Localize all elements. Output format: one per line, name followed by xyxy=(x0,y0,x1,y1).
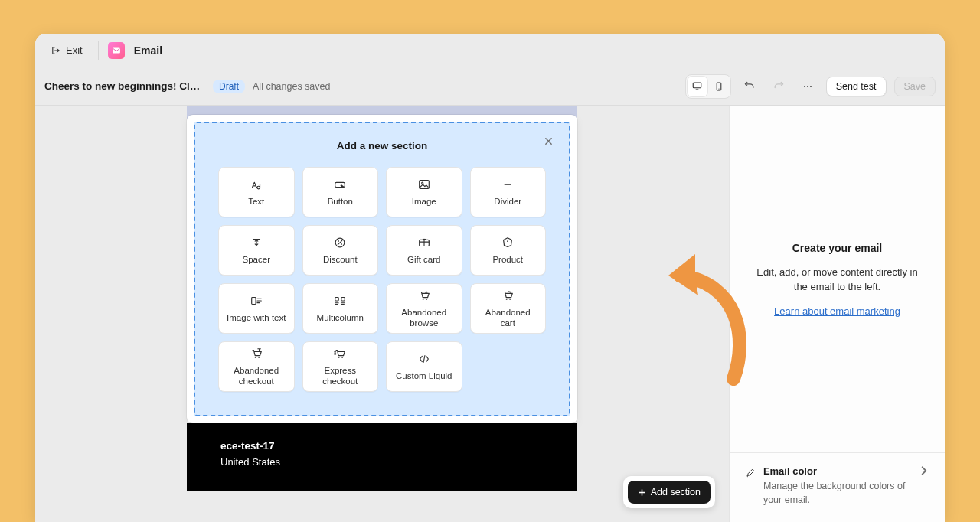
mobile-icon xyxy=(714,81,724,92)
svg-point-22 xyxy=(510,299,511,300)
svg-rect-18 xyxy=(341,297,345,301)
tile-label: Abandonedbrowse xyxy=(401,307,446,329)
svg-rect-17 xyxy=(335,297,339,301)
close-icon xyxy=(544,137,553,145)
image-icon xyxy=(417,178,431,191)
tile-label: Divider xyxy=(494,196,521,207)
tile-label: Abandonedcart xyxy=(485,307,531,329)
svg-rect-16 xyxy=(251,297,255,304)
right-panel-bottom: Email color Manage the background colors… xyxy=(730,452,945,522)
more-icon xyxy=(802,80,814,93)
divider-icon xyxy=(501,178,514,191)
section-tile-expresscheckout[interactable]: Expresscheckout xyxy=(302,341,379,392)
svg-point-20 xyxy=(426,299,427,300)
button-icon xyxy=(333,178,347,191)
svg-point-4 xyxy=(804,85,805,86)
rp-title: Create your email xyxy=(792,242,883,254)
send-test-button[interactable]: Send test xyxy=(826,77,887,96)
section-tile-spacer[interactable]: Spacer xyxy=(218,225,295,276)
section-tile-abandonedbrowse[interactable]: Abandonedbrowse xyxy=(386,283,462,334)
section-tile-customliquid[interactable]: Custom Liquid xyxy=(386,341,462,392)
svg-point-3 xyxy=(718,88,719,89)
add-section-label: Add section xyxy=(651,487,701,498)
envelope-icon xyxy=(111,45,122,56)
app-window: Exit Email Cheers to new beginnings! Cla… xyxy=(35,34,945,522)
save-button[interactable]: Save xyxy=(894,77,936,96)
right-panel-intro: Create your email Edit, add, or move con… xyxy=(730,106,945,452)
svg-rect-8 xyxy=(419,180,429,188)
undo-icon xyxy=(743,80,756,93)
email-color-title: Email color xyxy=(763,465,911,477)
close-button[interactable] xyxy=(541,134,555,148)
mobile-preview-button[interactable] xyxy=(709,77,729,96)
svg-point-19 xyxy=(423,299,424,300)
abandonedbrowse-icon xyxy=(417,289,431,302)
add-section-card: Add a new section TextButtonImageDivider… xyxy=(187,115,577,423)
tile-label: Custom Liquid xyxy=(396,370,452,381)
spacer-icon xyxy=(250,236,263,250)
svg-rect-1 xyxy=(693,83,701,88)
more-button[interactable] xyxy=(797,76,818,97)
section-tile-multicolumn[interactable]: Multicolumn xyxy=(302,283,379,334)
learn-link[interactable]: Learn about email marketing xyxy=(774,305,900,317)
discount-icon xyxy=(333,236,347,250)
tile-label: Spacer xyxy=(243,254,270,265)
section-tile-image[interactable]: Image xyxy=(386,167,462,217)
email-color-desc: Manage the background colors of your ema… xyxy=(763,480,911,507)
email-color-row[interactable]: Email color Manage the background colors… xyxy=(745,465,929,507)
section-tile-abandonedcart[interactable]: Abandonedcart xyxy=(470,283,547,334)
tile-label: Abandonedcheckout xyxy=(234,365,279,387)
right-panel: Create your email Edit, add, or move con… xyxy=(729,106,945,522)
canvas-area: Add a new section TextButtonImageDivider… xyxy=(35,106,729,522)
undo-button[interactable] xyxy=(739,76,760,97)
svg-point-6 xyxy=(810,85,812,86)
text-icon xyxy=(250,178,263,191)
section-tile-product[interactable]: Product xyxy=(470,225,547,276)
section-tile-divider[interactable]: Divider xyxy=(470,167,547,217)
tile-label: Text xyxy=(248,196,264,207)
app-name: Email xyxy=(134,44,162,57)
save-status: All changes saved xyxy=(253,81,330,92)
redo-button[interactable] xyxy=(768,76,789,97)
desktop-icon xyxy=(691,80,703,92)
svg-point-23 xyxy=(255,357,256,358)
svg-point-13 xyxy=(341,243,342,245)
add-section-panel: Add a new section TextButtonImageDivider… xyxy=(194,122,570,416)
section-tile-imagewithtext[interactable]: Image with text xyxy=(218,283,295,334)
exit-button[interactable]: Exit xyxy=(44,41,89,59)
tile-label: Discount xyxy=(323,254,358,265)
main-area: Add a new section TextButtonImageDivider… xyxy=(35,106,945,522)
svg-point-12 xyxy=(338,240,339,242)
email-footer: ece-test-17 United States xyxy=(187,423,577,491)
email-subject: Cheers to new beginnings! Claim yo... xyxy=(44,80,205,92)
section-tile-giftcard[interactable]: Gift card xyxy=(386,225,462,276)
abandonedcart-icon xyxy=(501,289,514,302)
draft-badge: Draft xyxy=(213,80,245,93)
footer-store-name: ece-test-17 xyxy=(220,440,544,452)
tile-label: Gift card xyxy=(407,254,440,265)
section-tile-text[interactable]: Text xyxy=(218,167,295,217)
tile-label: Expresscheckout xyxy=(322,365,358,387)
section-tile-discount[interactable]: Discount xyxy=(302,225,379,276)
tile-label: Product xyxy=(492,254,523,265)
multicolumn-icon xyxy=(333,294,347,308)
paintbrush-icon xyxy=(745,466,756,480)
section-tile-abandonedcheckout[interactable]: Abandonedcheckout xyxy=(218,341,295,392)
desktop-preview-button[interactable] xyxy=(688,77,707,96)
rp-text: Edit, add, or move content directly in t… xyxy=(750,265,925,295)
add-section-button[interactable]: Add section xyxy=(628,481,710,504)
tile-label: Image xyxy=(412,196,436,207)
svg-point-24 xyxy=(258,357,260,358)
abandonedcheckout-icon xyxy=(250,347,263,361)
svg-rect-10 xyxy=(505,184,511,184)
svg-point-26 xyxy=(342,357,344,358)
topbar: Exit Email xyxy=(35,34,945,67)
section-tile-button[interactable]: Button xyxy=(302,167,379,217)
footer-address: United States xyxy=(220,456,544,468)
svg-point-21 xyxy=(506,299,508,300)
customliquid-icon xyxy=(417,352,431,366)
product-icon xyxy=(501,236,514,250)
subheader: Cheers to new beginnings! Claim yo... Dr… xyxy=(35,67,945,106)
section-grid: TextButtonImageDividerSpacerDiscountGift… xyxy=(218,167,546,392)
svg-point-25 xyxy=(338,357,340,358)
